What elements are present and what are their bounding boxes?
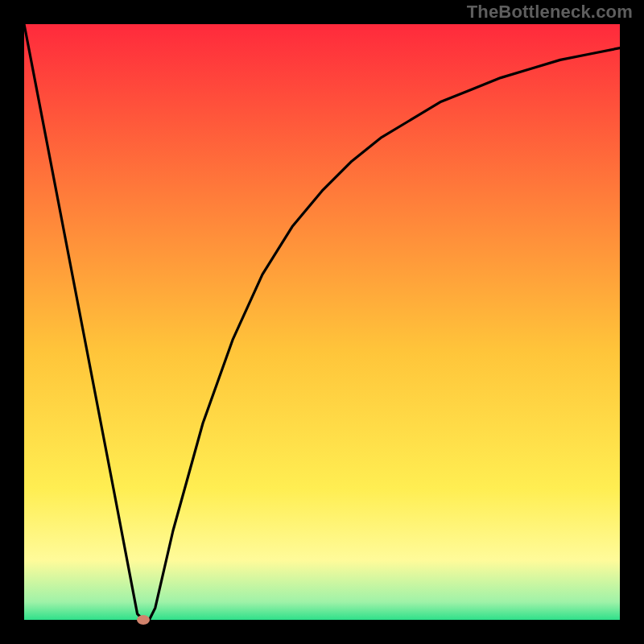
watermark-text: TheBottleneck.com <box>467 2 633 23</box>
bottleneck-chart <box>0 0 644 644</box>
optimal-point-marker <box>137 615 150 625</box>
chart-frame: TheBottleneck.com <box>0 0 644 644</box>
plot-area <box>24 24 620 620</box>
